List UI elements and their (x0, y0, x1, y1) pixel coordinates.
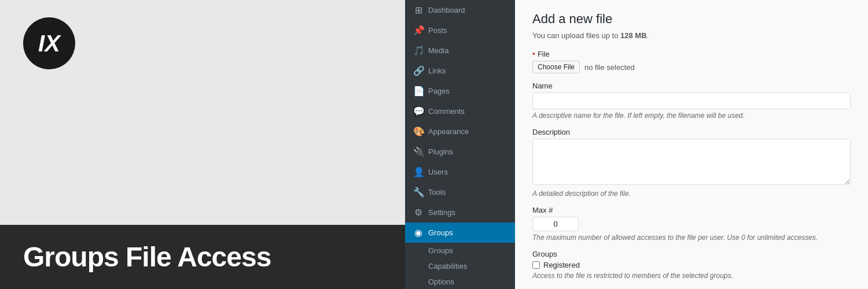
dashboard-icon: ⊞ (413, 5, 424, 16)
sidebar-item-comments[interactable]: 💬 Comments (405, 101, 515, 121)
sidebar-label-settings: Settings (428, 208, 455, 217)
sidebar-label-plugins: Plugins (428, 147, 453, 156)
title-banner-text: Groups File Access (23, 242, 271, 272)
sidebar-label-dashboard: Dashboard (428, 6, 465, 14)
sidebar-label-groups: Groups (428, 228, 453, 237)
left-panel: IX Groups File Access (0, 0, 405, 289)
groups-label-text: Groups (532, 250, 557, 258)
sidebar-subitem-capabilities[interactable]: Capabilities (405, 258, 515, 274)
sidebar-subitem-options[interactable]: Options (405, 274, 515, 289)
sidebar-sublabel-options: Options (428, 277, 454, 286)
sidebar-label-links: Links (428, 66, 446, 75)
description-hint: A detailed description of the file. (532, 190, 851, 198)
appearance-icon: 🎨 (413, 126, 424, 137)
upload-info-text: You can upload files up to (532, 31, 620, 40)
posts-icon: 📌 (413, 25, 424, 36)
sidebar-label-posts: Posts (428, 26, 447, 35)
logo-area: IX (0, 0, 98, 87)
comments-icon: 💬 (413, 106, 424, 117)
users-icon: 👤 (413, 166, 424, 177)
name-hint: A descriptive name for the file. If left… (532, 112, 851, 120)
sidebar-item-groups[interactable]: ◉ Groups (405, 223, 515, 243)
sidebar-label-appearance: Appearance (428, 127, 469, 136)
description-textarea[interactable] (532, 139, 851, 185)
file-row: Choose File no file selected (532, 61, 851, 73)
main-content: Add a new file You can upload files up t… (515, 0, 868, 289)
sidebar-item-settings[interactable]: ⚙ Settings (405, 202, 515, 223)
file-field-section: • File Choose File no file selected (532, 49, 851, 73)
title-banner: Groups File Access (0, 225, 405, 289)
plugins-icon: 🔌 (413, 146, 424, 157)
sidebar-item-links[interactable]: 🔗 Links (405, 61, 515, 81)
upload-info-end: . (647, 31, 649, 40)
registered-checkbox[interactable] (532, 261, 540, 269)
sidebar-item-users[interactable]: 👤 Users (405, 162, 515, 182)
sidebar-item-appearance[interactable]: 🎨 Appearance (405, 121, 515, 142)
choose-file-button[interactable]: Choose File (532, 61, 580, 73)
no-file-text: no file selected (584, 63, 635, 72)
groups-hint: Access to the file is restricted to memb… (532, 272, 851, 280)
groups-field-section: Groups Registered Access to the file is … (532, 250, 851, 280)
description-field-section: Description A detailed description of th… (532, 128, 851, 198)
max-hint: The maximum number of allowed accesses t… (532, 234, 851, 242)
logo-symbol: IX (38, 32, 60, 55)
sidebar-label-users: Users (428, 168, 448, 176)
registered-label: Registered (543, 261, 580, 269)
description-label-text: Description (532, 128, 570, 136)
sidebar-item-tools[interactable]: 🔧 Tools (405, 182, 515, 202)
sidebar-item-media[interactable]: 🎵 Media (405, 40, 515, 61)
groups-icon: ◉ (413, 227, 424, 238)
name-field-label: Name (532, 81, 851, 90)
max-input[interactable] (532, 217, 579, 231)
sidebar: ⊞ Dashboard 📌 Posts 🎵 Media 🔗 Links 📄 Pa… (405, 0, 515, 289)
page-title: Add a new file (532, 12, 851, 27)
sidebar-item-dashboard[interactable]: ⊞ Dashboard (405, 0, 515, 20)
sidebar-subitem-groups[interactable]: Groups (405, 243, 515, 258)
sidebar-item-posts[interactable]: 📌 Posts (405, 20, 515, 40)
sidebar-sublabel-capabilities: Capabilities (428, 262, 467, 271)
registered-checkbox-row: Registered (532, 261, 851, 269)
sidebar-label-tools: Tools (428, 188, 446, 197)
upload-info: You can upload files up to 128 MB. (532, 31, 851, 40)
groups-field-label: Groups (532, 250, 851, 258)
logo-circle: IX (23, 17, 75, 69)
sidebar-label-media: Media (428, 46, 448, 55)
sidebar-item-plugins[interactable]: 🔌 Plugins (405, 142, 515, 162)
max-field-section: Max # The maximum number of allowed acce… (532, 206, 851, 242)
file-label-text: File (538, 50, 550, 58)
pages-icon: 📄 (413, 86, 424, 97)
max-field-label: Max # (532, 206, 851, 214)
sidebar-item-pages[interactable]: 📄 Pages (405, 81, 515, 101)
name-label-text: Name (532, 81, 553, 90)
file-field-label: • File (532, 49, 851, 58)
sidebar-sublabel-groups: Groups (428, 246, 453, 255)
upload-max: 128 MB (620, 31, 647, 40)
name-input[interactable] (532, 92, 851, 109)
sidebar-label-pages: Pages (428, 87, 450, 95)
max-label-text: Max # (532, 206, 553, 214)
name-field-section: Name A descriptive name for the file. If… (532, 81, 851, 120)
links-icon: 🔗 (413, 65, 424, 76)
description-field-label: Description (532, 128, 851, 136)
tools-icon: 🔧 (413, 187, 424, 198)
file-required-marker: • (532, 49, 535, 58)
settings-icon: ⚙ (413, 207, 424, 218)
sidebar-label-comments: Comments (428, 107, 465, 116)
media-icon: 🎵 (413, 45, 424, 56)
